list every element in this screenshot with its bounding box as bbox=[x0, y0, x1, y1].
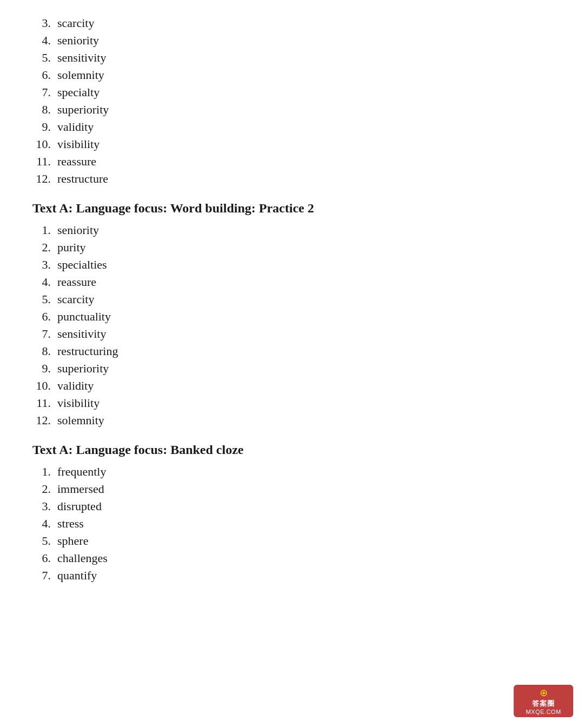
item-word: sensitivity bbox=[57, 51, 552, 65]
section1: 3.scarcity4.seniority5.sensitivity6.sole… bbox=[32, 16, 552, 186]
section3-list: 1.frequently2.immersed3.disrupted4.stres… bbox=[32, 465, 552, 583]
item-word: disrupted bbox=[57, 499, 552, 513]
list-item: 1.frequently bbox=[32, 465, 552, 479]
list-item: 8.restructuring bbox=[32, 344, 552, 358]
item-number: 2. bbox=[32, 482, 57, 496]
item-number: 11. bbox=[32, 155, 57, 169]
item-number: 12. bbox=[32, 172, 57, 186]
item-number: 1. bbox=[32, 223, 57, 237]
item-number: 4. bbox=[32, 34, 57, 48]
item-number: 4. bbox=[32, 275, 57, 289]
list-item: 1.seniority bbox=[32, 223, 552, 237]
item-number: 10. bbox=[32, 379, 57, 393]
item-number: 1. bbox=[32, 465, 57, 479]
item-word: validity bbox=[57, 379, 552, 393]
item-word: purity bbox=[57, 241, 552, 255]
item-word: solemnity bbox=[57, 68, 552, 82]
item-number: 3. bbox=[32, 16, 57, 30]
watermark-icon: ⊕ bbox=[540, 687, 548, 699]
watermark: ⊕ 答案圈 MXQE.COM bbox=[514, 685, 573, 717]
section2-list: 1.seniority2.purity3.specialties4.reassu… bbox=[32, 223, 552, 428]
item-word: stress bbox=[57, 517, 552, 531]
item-word: validity bbox=[57, 120, 552, 134]
list-item: 2.purity bbox=[32, 241, 552, 255]
list-item: 11.visibility bbox=[32, 396, 552, 410]
list-item: 4.stress bbox=[32, 517, 552, 531]
item-word: visibility bbox=[57, 396, 552, 410]
list-item: 6.challenges bbox=[32, 551, 552, 565]
item-number: 7. bbox=[32, 327, 57, 341]
list-item: 7.quantify bbox=[32, 569, 552, 583]
item-word: sensitivity bbox=[57, 327, 552, 341]
item-word: specialties bbox=[57, 258, 552, 272]
item-word: sphere bbox=[57, 534, 552, 548]
item-number: 5. bbox=[32, 534, 57, 548]
item-number: 8. bbox=[32, 103, 57, 117]
item-word: superiority bbox=[57, 362, 552, 376]
item-number: 6. bbox=[32, 310, 57, 324]
item-word: restructuring bbox=[57, 344, 552, 358]
item-word: scarcity bbox=[57, 292, 552, 306]
list-item: 2.immersed bbox=[32, 482, 552, 496]
list-item: 10.visibility bbox=[32, 137, 552, 151]
item-word: punctuality bbox=[57, 310, 552, 324]
list-item: 4.reassure bbox=[32, 275, 552, 289]
item-word: reassure bbox=[57, 155, 552, 169]
item-word: superiority bbox=[57, 103, 552, 117]
item-word: seniority bbox=[57, 223, 552, 237]
item-number: 7. bbox=[32, 569, 57, 583]
item-number: 9. bbox=[32, 120, 57, 134]
list-item: 7.specialty bbox=[32, 85, 552, 99]
list-item: 3.specialties bbox=[32, 258, 552, 272]
item-number: 5. bbox=[32, 51, 57, 65]
list-item: 10.validity bbox=[32, 379, 552, 393]
item-number: 8. bbox=[32, 344, 57, 358]
item-word: challenges bbox=[57, 551, 552, 565]
item-word: frequently bbox=[57, 465, 552, 479]
item-number: 7. bbox=[32, 85, 57, 99]
item-word: quantify bbox=[57, 569, 552, 583]
list-item: 4.seniority bbox=[32, 34, 552, 48]
list-item: 7.sensitivity bbox=[32, 327, 552, 341]
item-number: 6. bbox=[32, 551, 57, 565]
list-item: 5.scarcity bbox=[32, 292, 552, 306]
item-word: immersed bbox=[57, 482, 552, 496]
list-item: 8.superiority bbox=[32, 103, 552, 117]
list-item: 5.sensitivity bbox=[32, 51, 552, 65]
list-item: 9.superiority bbox=[32, 362, 552, 376]
item-word: solemnity bbox=[57, 413, 552, 428]
section2: Text A: Language focus: Word building: P… bbox=[32, 201, 552, 428]
item-number: 12. bbox=[32, 413, 57, 428]
item-number: 10. bbox=[32, 137, 57, 151]
list-item: 9.validity bbox=[32, 120, 552, 134]
item-word: reassure bbox=[57, 275, 552, 289]
item-number: 11. bbox=[32, 396, 57, 410]
list-item: 3.scarcity bbox=[32, 16, 552, 30]
list-item: 11.reassure bbox=[32, 155, 552, 169]
item-word: specialty bbox=[57, 85, 552, 99]
section1-list: 3.scarcity4.seniority5.sensitivity6.sole… bbox=[32, 16, 552, 186]
section3-heading: Text A: Language focus: Banked cloze bbox=[32, 443, 552, 457]
list-item: 5.sphere bbox=[32, 534, 552, 548]
item-number: 4. bbox=[32, 517, 57, 531]
list-item: 6.solemnity bbox=[32, 68, 552, 82]
item-word: restructure bbox=[57, 172, 552, 186]
item-number: 6. bbox=[32, 68, 57, 82]
item-word: visibility bbox=[57, 137, 552, 151]
item-number: 5. bbox=[32, 292, 57, 306]
item-number: 3. bbox=[32, 258, 57, 272]
list-item: 3.disrupted bbox=[32, 499, 552, 513]
watermark-top: 答案圈 bbox=[532, 699, 555, 709]
list-item: 12.restructure bbox=[32, 172, 552, 186]
section2-heading: Text A: Language focus: Word building: P… bbox=[32, 201, 552, 216]
item-word: seniority bbox=[57, 34, 552, 48]
item-number: 2. bbox=[32, 241, 57, 255]
list-item: 12.solemnity bbox=[32, 413, 552, 428]
item-number: 9. bbox=[32, 362, 57, 376]
watermark-bottom: MXQE.COM bbox=[526, 709, 561, 715]
item-number: 3. bbox=[32, 499, 57, 513]
list-item: 6.punctuality bbox=[32, 310, 552, 324]
item-word: scarcity bbox=[57, 16, 552, 30]
section3: Text A: Language focus: Banked cloze 1.f… bbox=[32, 443, 552, 583]
